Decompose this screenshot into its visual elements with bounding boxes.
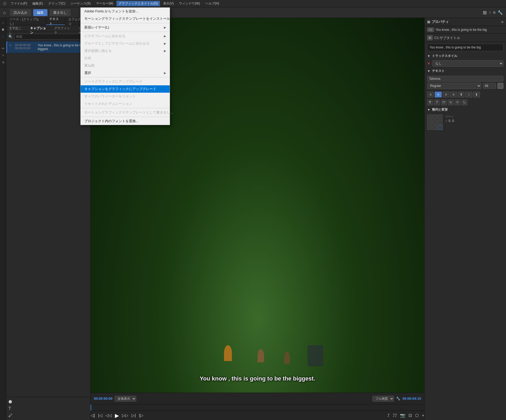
mark-out-btn[interactable]: |▷ — [139, 413, 143, 418]
align-tl[interactable] — [427, 115, 432, 119]
sidebar-edit-icon[interactable]: ✎ — [1, 53, 6, 58]
subtitle-text-field[interactable] — [427, 44, 503, 51]
ctx-new-layer[interactable]: 新規レイヤー(L) ▶ — [81, 24, 170, 31]
font-color-icon[interactable] — [498, 83, 503, 89]
font-name-input[interactable] — [427, 76, 503, 82]
prev-frame-btn[interactable]: ◁◁ — [105, 413, 112, 418]
align-bl[interactable] — [427, 125, 432, 130]
menu-clip[interactable]: クリップ(C) — [46, 1, 67, 6]
align-ml[interactable] — [427, 120, 432, 125]
tab-import[interactable]: 読み込み — [10, 9, 31, 16]
align-right-btn[interactable]: ≡ — [442, 92, 449, 97]
align-tr[interactable] — [438, 115, 442, 119]
extract-btn[interactable]: ⤴⤴ — [393, 413, 397, 418]
add-clip-btn[interactable]: + — [422, 413, 424, 418]
track-style-dropdown[interactable]: なし — [432, 60, 503, 67]
menu-window[interactable]: ウィンドウ(W) — [177, 1, 202, 6]
track-style-section-header[interactable]: ▼ トラックスタイル — [425, 53, 506, 59]
next-frame-btn[interactable]: ▷▷ — [122, 413, 128, 418]
tab-text[interactable]: テキスト — [46, 18, 65, 25]
view-mode-select[interactable]: 全体表示 — [115, 396, 136, 402]
align-tc[interactable] — [432, 115, 437, 119]
italic-btn[interactable]: T — [434, 100, 440, 105]
align-bottom-btn[interactable]: ⬇ — [473, 92, 480, 97]
super-btn[interactable]: T¹ — [455, 100, 460, 105]
settings-icon[interactable]: 🔧 — [396, 397, 400, 401]
sidebar-home-icon[interactable]: ⌂ — [1, 20, 6, 25]
align-justify-btn[interactable]: ≡ — [450, 92, 457, 97]
panels-icon[interactable]: ≡ — [493, 10, 495, 15]
ctx-add-font[interactable]: Adobe Fonts からフォントを追加... — [81, 8, 170, 15]
pen-tool-icon[interactable]: 🖊 — [8, 413, 88, 418]
ctx-fit-frame-group: グループとしてビデオフレームに合わせる ▶ — [81, 40, 170, 47]
panel-subtabs: 文字起こし キャプション グラフィック シーケ — [6, 25, 90, 32]
ctx-reset-params: すべてのパラメーターをリセット — [81, 93, 170, 100]
context-menu[interactable]: Adobe Fonts からフォントを追加... モーショングラフィックステンプ… — [80, 7, 170, 125]
quality-select[interactable]: フル画質 — [372, 396, 394, 402]
main-toolbar: ⌂ 読み込み 編集 書き出し ⊞ ↑ ≡ 🔧 — [0, 7, 506, 18]
ctx-install-template[interactable]: モーショングラフィックステンプレートをインストール... — [81, 15, 170, 22]
text-section-header[interactable]: ▼ テキスト — [425, 68, 506, 74]
ctx-replace-font[interactable]: プロジェクト内のフォントを置換... — [81, 117, 170, 125]
tab-edit[interactable]: 編集 — [33, 9, 47, 16]
align-left-btn[interactable]: ≡ — [427, 92, 434, 97]
properties-menu-icon[interactable]: ≡ — [501, 20, 503, 24]
menu-marker[interactable]: マーカー(M) — [94, 1, 115, 6]
subtab-caption[interactable]: キャプション — [27, 25, 52, 32]
caption-panel: ソース：(クリップなし) テキスト エフェクトコ 文字起こし キャプション グラ… — [6, 18, 91, 420]
allcaps-btn[interactable]: TT — [441, 100, 447, 105]
app-logo-icon: ⬛ — [2, 1, 7, 6]
sidebar-download-icon[interactable]: ↓ — [1, 34, 6, 39]
menu-help[interactable]: ヘルプ(H) — [203, 1, 221, 6]
tools-icon[interactable]: 🔧 — [498, 10, 503, 15]
timeline-scrubber[interactable] — [91, 404, 424, 411]
mark-in-btn[interactable]: ◁| — [91, 413, 95, 418]
add-marker-btn[interactable]: ⬡ — [415, 413, 419, 418]
selection-tool-icon[interactable]: ⬣ — [8, 399, 88, 404]
sub-btn[interactable]: T₁ — [461, 100, 467, 105]
camera-btn[interactable]: 📷 — [400, 413, 405, 418]
align-top-btn[interactable]: ⬆ — [458, 92, 465, 97]
step-back-btn[interactable]: |◁ — [98, 413, 102, 418]
position-x-icon: ⊹ — [445, 119, 447, 123]
align-middle-btn[interactable]: ↕ — [465, 92, 472, 97]
align-mc[interactable] — [432, 120, 437, 125]
align-bc[interactable] — [432, 125, 437, 130]
step-fwd-btn[interactable]: ▷| — [132, 413, 136, 418]
tab-export[interactable]: 書き出し — [50, 9, 71, 16]
search-input[interactable] — [14, 34, 83, 39]
chevron-down-text-icon: ▼ — [427, 69, 430, 73]
workspace-icon[interactable]: ⊞ — [483, 10, 487, 16]
text-tool-icon[interactable]: T — [8, 406, 88, 411]
menu-file[interactable]: ファイル(F) — [8, 1, 29, 6]
menu-graphics[interactable]: グラフィックとタイトル(G) — [116, 1, 160, 6]
align-mr[interactable] — [438, 120, 442, 125]
sidebar-text-icon[interactable]: A — [1, 27, 6, 32]
font-style-select[interactable]: Regular — [427, 83, 481, 89]
transform-section-header[interactable]: ▼ 整列と変形 — [425, 106, 506, 113]
remove-style-icon[interactable]: ✕ — [427, 61, 430, 66]
lift-btn[interactable]: ⤴ — [387, 413, 390, 418]
subtab-graphic[interactable]: グラフィック — [51, 25, 76, 32]
ctx-select[interactable]: 選択 ▶ — [81, 69, 170, 77]
menu-edit[interactable]: 編集(E) — [30, 1, 45, 6]
export-icon[interactable]: ↑ — [489, 10, 491, 15]
tab-source[interactable]: ソース：(クリップなし) — [6, 18, 46, 25]
align-br[interactable] — [438, 125, 442, 130]
caption-item[interactable]: 1. 00:00:00:00 00:00:03:20 You know , th… — [6, 41, 90, 53]
caption-search-bar: 🔍 ••• — [6, 32, 90, 41]
bold-btn[interactable]: T — [427, 100, 433, 105]
panel-tabs: ソース：(クリップなし) テキスト エフェクトコ — [6, 18, 90, 25]
smallcaps-btn[interactable]: Tr — [448, 100, 454, 105]
menu-view[interactable]: 表示(V) — [161, 1, 176, 6]
font-size-input[interactable] — [483, 83, 496, 89]
home-icon[interactable]: ⌂ — [3, 10, 6, 15]
align-center-btn[interactable]: ≡ — [435, 92, 442, 97]
ctx-upgrade-caption[interactable]: キャプションをグラフィックにアップグレード — [81, 85, 170, 93]
multi-cam-btn[interactable]: ⊡ — [408, 413, 412, 418]
play-btn[interactable]: ▶ — [115, 412, 119, 419]
menu-sequence[interactable]: シーケンス(S) — [69, 1, 93, 6]
ctx-z-order: 重ね順 — [81, 62, 170, 69]
subtab-transcript[interactable]: 文字起こし — [6, 25, 27, 32]
caption-item-number: 1. — [9, 43, 13, 51]
